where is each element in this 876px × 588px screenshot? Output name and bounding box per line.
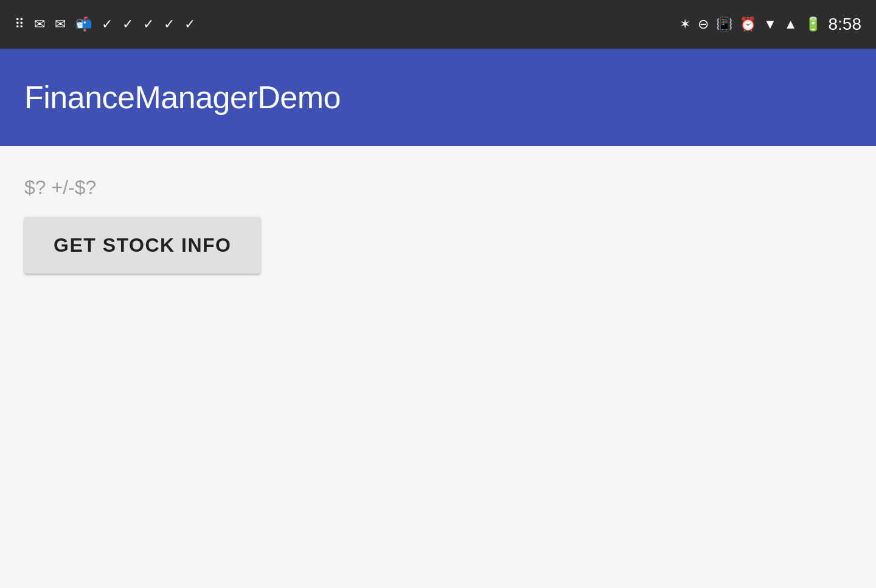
status-bar-right-icons: ✶ ⊖ 📳 ⏰ ▼ ▲ 🔋 8:58 xyxy=(680,15,861,34)
check-icon-3: ✓ xyxy=(143,18,154,31)
battery-icon: 🔋 xyxy=(805,18,821,31)
mail-icon-2: ✉ xyxy=(55,18,66,31)
get-stock-info-button[interactable]: GET STOCK INFO xyxy=(24,217,260,274)
content-area: $? +/-$? GET STOCK INFO xyxy=(0,146,876,588)
check-icon-1: ✓ xyxy=(102,18,113,31)
check-icon-2: ✓ xyxy=(122,18,133,31)
check-icon-4: ✓ xyxy=(164,18,175,31)
alarm-icon: ⏰ xyxy=(740,18,756,31)
check-icon-5: ✓ xyxy=(184,18,195,31)
app-title: FinanceManagerDemo xyxy=(24,79,341,116)
wifi-icon: ▼ xyxy=(763,18,777,31)
stock-price-display: $? +/-$? xyxy=(24,176,852,199)
vibrate-icon: 📳 xyxy=(716,18,732,31)
signal-icon: ▲ xyxy=(784,18,798,31)
mail-icon-3: 📬 xyxy=(75,18,92,31)
notification-dots-icon: ⠿ xyxy=(15,18,24,31)
do-not-disturb-icon: ⊖ xyxy=(698,18,709,31)
status-bar-left-icons: ⠿ ✉ ✉ 📬 ✓ ✓ ✓ ✓ ✓ xyxy=(15,18,195,31)
mail-icon-1: ✉ xyxy=(34,18,45,31)
app-bar: FinanceManagerDemo xyxy=(0,49,876,146)
status-time: 8:58 xyxy=(829,15,862,34)
status-bar: ⠿ ✉ ✉ 📬 ✓ ✓ ✓ ✓ ✓ ✶ ⊖ 📳 ⏰ ▼ ▲ 🔋 8:58 xyxy=(0,0,876,49)
bluetooth-icon: ✶ xyxy=(680,18,690,31)
